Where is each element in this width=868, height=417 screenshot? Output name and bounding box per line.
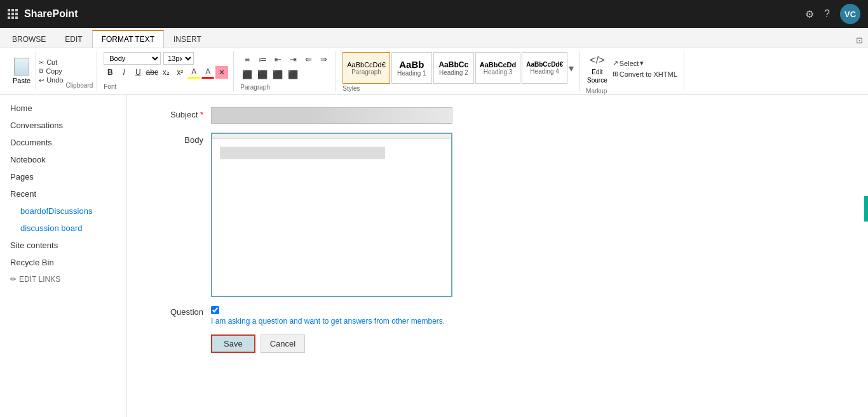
paragraph-label: Paragraph [240, 83, 330, 91]
cut-button[interactable]: ✂ Cut [39, 58, 63, 66]
question-label: Question [153, 306, 203, 317]
cut-icon: ✂ [39, 59, 44, 66]
body-editor [211, 133, 452, 297]
unordered-list-button[interactable]: ≡ [240, 52, 254, 66]
font-group: Body 13px B I U abc x₂ x² A A ✕ Font [98, 51, 234, 91]
paste-label: Paste [13, 77, 31, 84]
sidebar-item-notebook[interactable]: Notebook [0, 151, 126, 168]
sidebar-item-pages[interactable]: Pages [0, 168, 126, 185]
copy-icon: ⧉ [39, 67, 43, 75]
paste-icon [14, 58, 29, 76]
align-justify-button[interactable]: ⬛ [286, 67, 300, 81]
ribbon-expand-icon[interactable]: ⊡ [851, 33, 868, 48]
style-heading1-button[interactable]: AaBb Heading 1 [391, 52, 432, 84]
align-left-button[interactable]: ⬛ [240, 67, 254, 81]
side-accent [864, 196, 868, 222]
subject-label: Subject * [153, 107, 203, 119]
cancel-button[interactable]: Cancel [261, 334, 305, 353]
sidebar-item-recycle-bin[interactable]: Recycle Bin [0, 254, 126, 271]
question-content: I am asking a question and want to get a… [211, 306, 445, 326]
sidebar-item-home[interactable]: Home [0, 100, 126, 117]
action-row: Save Cancel [211, 334, 843, 353]
subscript-button[interactable]: x₂ [159, 66, 172, 79]
style-heading2-button[interactable]: AaBbCc Heading 2 [433, 52, 474, 84]
question-checkbox-row [211, 306, 445, 314]
para-row-2: ⬛ ⬛ ⬛ ⬛ [240, 67, 330, 81]
edit-links-icon: ✏ [10, 275, 17, 284]
edit-source-button[interactable]: </> Edit Source [586, 52, 609, 85]
sidebar-item-recent[interactable]: Recent [0, 185, 126, 202]
convert-icon: ⊞ [613, 70, 618, 78]
align-center-button[interactable]: ⬛ [255, 67, 269, 81]
ribbon-tabs: BROWSE EDIT FORMAT TEXT INSERT ⊡ [0, 28, 868, 48]
app-grid-icon[interactable] [8, 9, 18, 19]
settings-icon[interactable]: ⚙ [805, 8, 814, 20]
underline-button[interactable]: U [132, 66, 144, 79]
ltr-button[interactable]: ⇐ [301, 52, 315, 66]
sidebar-item-conversations[interactable]: Conversations [0, 117, 126, 134]
style-heading3-button[interactable]: AaBbCcDd Heading 3 [475, 52, 520, 84]
paste-button[interactable]: Paste [9, 52, 36, 90]
sidebar-item-documents[interactable]: Documents [0, 134, 126, 151]
select-icon: ↗ [613, 59, 618, 67]
question-checkbox[interactable] [211, 306, 219, 314]
select-dropdown-icon: ▾ [640, 59, 644, 67]
font-label: Font [104, 82, 228, 90]
styles-expand-button[interactable]: ▾ [569, 62, 574, 74]
subject-row: Subject * [153, 107, 843, 124]
question-description: I am asking a question and want to get a… [211, 317, 445, 326]
font-size-select[interactable]: 13px [163, 52, 194, 65]
clipboard-group: Paste ✂ Cut ⧉ Copy ↩ Undo Clipboard [5, 51, 97, 91]
styles-group: AaBbCcDd€ Paragraph AaBb Heading 1 AaBbC… [337, 51, 580, 91]
sidebar-item-site-contents[interactable]: Site contents [0, 237, 126, 254]
sidebar-item-board-discussions[interactable]: boardofDiscussions [0, 202, 126, 220]
edit-source-icon: </> [590, 53, 604, 67]
select-button[interactable]: ↗ Select ▾ [611, 58, 679, 68]
tab-browse[interactable]: BROWSE [3, 30, 55, 48]
markup-group: </> Edit Source ↗ Select ▾ ⊞ Convert to … [581, 51, 684, 91]
style-paragraph-button[interactable]: AaBbCcDd€ Paragraph [342, 52, 390, 84]
superscript-button[interactable]: x² [173, 66, 186, 79]
highlight-button[interactable]: A [187, 66, 200, 79]
para-row-1: ≡ ≔ ⇤ ⇥ ⇐ ⇒ [240, 52, 330, 66]
topbar: SharePoint ⚙ ? VC [0, 0, 868, 28]
sidebar-item-discussion-board[interactable]: discussion board [0, 220, 126, 237]
undo-icon: ↩ [39, 77, 44, 84]
font-top-row: Body 13px [104, 52, 228, 65]
tab-insert[interactable]: INSERT [164, 30, 211, 48]
outdent-button[interactable]: ⇤ [271, 52, 285, 66]
tab-edit[interactable]: EDIT [55, 30, 92, 48]
strikethrough-button[interactable]: abc [146, 66, 158, 79]
body-textarea[interactable] [212, 167, 451, 294]
body-label: Body [153, 133, 203, 145]
body-placeholder [220, 147, 385, 159]
italic-button[interactable]: I [118, 66, 130, 79]
save-button[interactable]: Save [211, 334, 255, 353]
font-color-button[interactable]: A [201, 66, 214, 79]
indent-button[interactable]: ⇥ [286, 52, 300, 66]
align-right-button[interactable]: ⬛ [271, 67, 285, 81]
subject-input[interactable] [211, 107, 452, 124]
sidebar: Home Conversations Documents Notebook Pa… [0, 95, 127, 417]
content-area: Subject * Body Question [127, 95, 868, 417]
copy-button[interactable]: ⧉ Copy [39, 67, 63, 75]
paragraph-group: ≡ ≔ ⇤ ⇥ ⇐ ⇒ ⬛ ⬛ ⬛ ⬛ Paragraph [235, 51, 336, 91]
bold-button[interactable]: B [104, 66, 116, 79]
clipboard-mini-group: ✂ Cut ⧉ Copy ↩ Undo [39, 52, 63, 90]
clear-format-button[interactable]: ✕ [215, 66, 228, 79]
required-indicator: * [200, 110, 203, 119]
edit-links-button[interactable]: ✏ EDIT LINKS [0, 271, 126, 288]
font-family-select[interactable]: Body [104, 52, 161, 65]
rtl-button[interactable]: ⇒ [316, 52, 330, 66]
style-heading4-button[interactable]: AaBbCcDd€ Heading 4 [522, 52, 567, 84]
topbar-icons: ⚙ ? VC [805, 4, 860, 24]
ordered-list-button[interactable]: ≔ [255, 52, 269, 66]
tab-format-text[interactable]: FORMAT TEXT [92, 30, 164, 48]
convert-xhtml-button[interactable]: ⊞ Convert to XHTML [611, 69, 679, 79]
markup-row: </> Edit Source ↗ Select ▾ ⊞ Convert to … [586, 52, 679, 85]
markup-label: Markup [586, 86, 679, 95]
undo-button[interactable]: ↩ Undo [39, 76, 63, 84]
clipboard-label: Clipboard [65, 81, 93, 90]
help-icon[interactable]: ? [824, 8, 830, 20]
avatar[interactable]: VC [840, 4, 860, 24]
